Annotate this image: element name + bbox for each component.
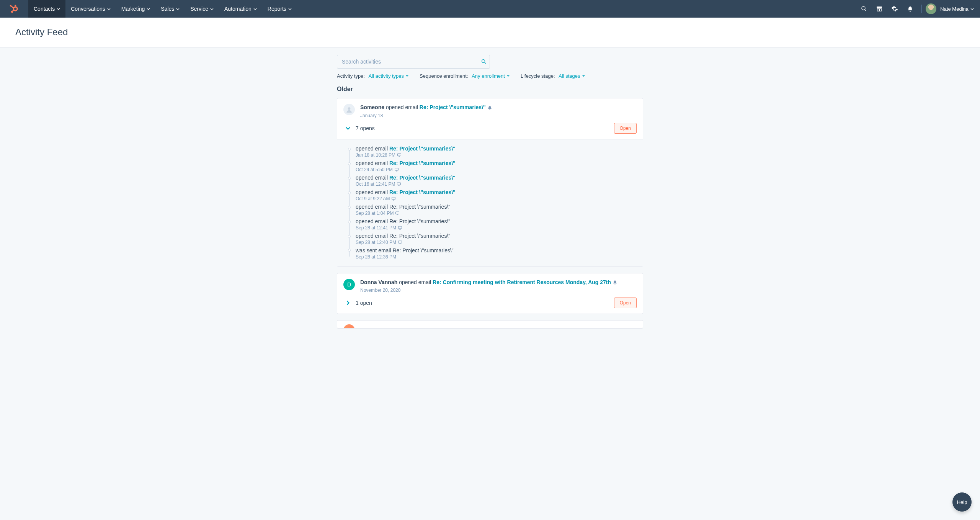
svg-rect-21 [397, 183, 401, 185]
opens-count: 7 opens [356, 125, 375, 131]
svg-point-12 [482, 60, 485, 63]
nav-item-conversations[interactable]: Conversations [65, 0, 116, 18]
filter-lifecycle: Lifecycle stage: All stages [521, 73, 585, 79]
nav-item-automation[interactable]: Automation [219, 0, 262, 18]
timeline-action: opened email [356, 146, 388, 152]
email-subject-link[interactable]: Re: Confirming meeting with Retirement R… [433, 279, 611, 285]
email-subject-link[interactable]: Re: Project \"summaries\" [389, 175, 456, 181]
search-button[interactable] [481, 55, 487, 69]
email-subject: Re: Project \"summaries\" [389, 204, 450, 210]
nav-item-label: Marketing [121, 6, 145, 12]
activity-card: Someone opened email Re: Project \"summa… [337, 98, 643, 267]
chevron-down-icon[interactable] [346, 126, 350, 131]
timeline-dot [348, 148, 351, 150]
nav-item-service[interactable]: Service [185, 0, 219, 18]
svg-rect-33 [399, 241, 402, 243]
chevron-right-icon[interactable] [346, 301, 350, 305]
email-subject-link[interactable]: Re: Project \"summaries\" [420, 104, 486, 110]
email-subject-link[interactable]: Re: Project \"summaries\" [389, 146, 456, 152]
open-button[interactable]: Open [614, 298, 637, 308]
filter-label: Sequence enrollment: [420, 73, 468, 79]
contact-avatar [343, 104, 355, 115]
filter-activity-type: Activity type: All activity types [337, 73, 409, 79]
chevron-down-icon [970, 7, 974, 11]
timeline-dot [348, 249, 351, 252]
hubspot-logo[interactable] [0, 0, 28, 18]
chevron-down-icon [506, 74, 510, 78]
search-icon[interactable] [856, 0, 872, 18]
monitor-icon [398, 226, 402, 230]
activity-action: opened email [386, 104, 418, 110]
chevron-down-icon [57, 7, 60, 11]
bell-icon[interactable] [487, 105, 492, 110]
filter-lifecycle-value[interactable]: All stages [559, 73, 585, 79]
timeline-text: opened email Re: Project \"summaries\" [356, 175, 637, 181]
nav-item-label: Contacts [34, 6, 55, 12]
monitor-icon [391, 196, 396, 201]
section-label: Older [337, 86, 643, 93]
timeline-timestamp: Oct 9 at 9:22 AM [356, 196, 637, 201]
monitor-icon [394, 167, 399, 172]
nav-item-reports[interactable]: Reports [262, 0, 297, 18]
chevron-down-icon [107, 7, 111, 11]
search-input[interactable] [337, 55, 490, 69]
svg-rect-11 [879, 9, 880, 11]
filter-sequence-value[interactable]: Any enrollment [472, 73, 510, 79]
nav-item-label: Conversations [71, 6, 105, 12]
timeline-item: opened email Re: Project \"summaries\"Se… [356, 233, 637, 245]
svg-rect-27 [396, 212, 399, 214]
timeline-item: opened email Re: Project \"summaries\"Oc… [356, 160, 637, 172]
content-area: Activity type: All activity types Sequen… [337, 48, 643, 344]
bell-icon[interactable] [902, 0, 918, 18]
email-subject-link[interactable]: Re: Project \"summaries\" [389, 189, 456, 195]
timeline-timestamp: Oct 16 at 12:41 PM [356, 182, 637, 187]
contact-name: Donna Vannah [360, 279, 397, 285]
svg-point-1 [15, 5, 16, 6]
timeline-text: opened email Re: Project \"summaries\" [356, 146, 637, 152]
svg-rect-24 [392, 197, 395, 199]
nav-item-contacts[interactable]: Contacts [28, 0, 65, 18]
email-subject-link[interactable]: Re: Project \"summaries\" [389, 160, 456, 166]
bell-icon[interactable] [612, 280, 617, 285]
chevron-down-icon [147, 7, 150, 11]
timeline-item: opened email Re: Project \"summaries\"Se… [356, 218, 637, 231]
filter-activity-type-value[interactable]: All activity types [369, 73, 409, 79]
nav-item-marketing[interactable]: Marketing [116, 0, 155, 18]
chevron-down-icon [176, 7, 180, 11]
timeline-timestamp: Sep 28 at 1:04 PM [356, 211, 637, 216]
email-subject: Re: Project \"summaries\" [392, 247, 453, 253]
page-title: Activity Feed [15, 27, 965, 38]
marketplace-icon[interactable] [872, 0, 887, 18]
open-button[interactable]: Open [614, 123, 637, 134]
monitor-icon [395, 211, 400, 216]
gear-icon[interactable] [887, 0, 902, 18]
chevron-down-icon [288, 7, 292, 11]
svg-rect-9 [877, 7, 882, 8]
timeline-text: opened email Re: Project \"summaries\" [356, 218, 637, 224]
help-button[interactable]: Help [952, 492, 972, 512]
svg-rect-15 [398, 154, 401, 156]
nav-item-label: Service [190, 6, 208, 12]
timeline-timestamp: Sep 28 at 12:36 PM [356, 254, 637, 260]
filter-label: Activity type: [337, 73, 365, 79]
timeline-item: opened email Re: Project \"summaries\"Oc… [356, 189, 637, 201]
timeline-text: opened email Re: Project \"summaries\" [356, 160, 637, 166]
contact-name: Someone [360, 104, 384, 110]
search-wrap [337, 55, 490, 69]
nav-item-label: Sales [161, 6, 174, 12]
timeline-timestamp: Sep 28 at 12:41 PM [356, 225, 637, 231]
filter-sequence: Sequence enrollment: Any enrollment [420, 73, 510, 79]
activity-action: opened email [399, 279, 431, 285]
timeline-item: opened email Re: Project \"summaries\"Oc… [356, 175, 637, 187]
svg-line-13 [485, 62, 486, 64]
svg-point-4 [11, 11, 13, 12]
chevron-down-icon [405, 74, 409, 78]
email-subject: Re: Project \"summaries\" [389, 218, 450, 224]
timeline-timestamp: Oct 24 at 5:50 PM [356, 167, 637, 172]
email-subject: Re: Project \"summaries\" [389, 233, 450, 239]
nav-item-label: Automation [224, 6, 252, 12]
timeline-dot [348, 191, 351, 194]
account-menu[interactable]: Nate Medina [926, 3, 980, 14]
svg-point-7 [862, 7, 865, 10]
nav-item-sales[interactable]: Sales [155, 0, 185, 18]
